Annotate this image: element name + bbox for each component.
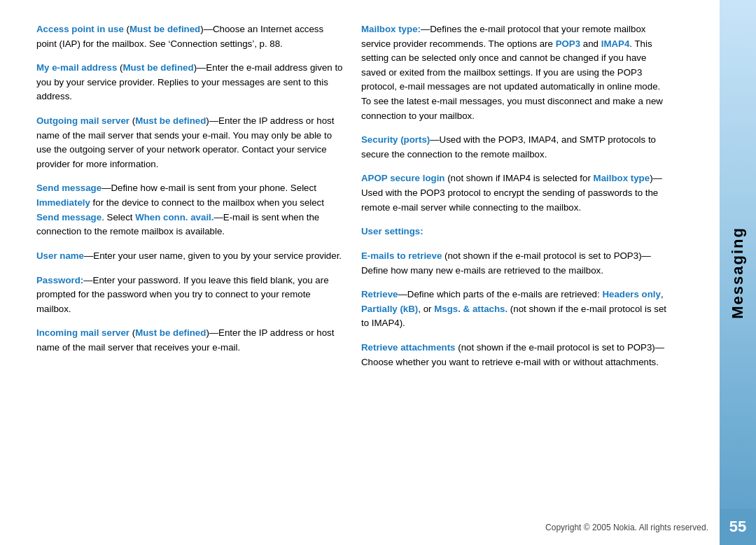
sidebar-label: Messaging (729, 227, 747, 319)
user-settings-header: User settings: (361, 225, 669, 239)
mailbox-type: Mailbox type:—Defines the e-mail protoco… (361, 22, 669, 123)
page-number: 55 (729, 518, 746, 536)
page-number-box: 55 (720, 509, 756, 545)
incoming-mail: Incoming mail server (Must be defined)—E… (36, 326, 344, 355)
user-name: User name—Enter your user name, given to… (36, 249, 344, 264)
my-email: My e-mail address (Must be defined)—Ente… (36, 61, 344, 104)
left-column: Access point in use (Must be defined)—Ch… (36, 22, 344, 531)
sidebar: Messaging 55 (720, 0, 756, 545)
right-column: Mailbox type:—Defines the e-mail protoco… (361, 22, 669, 531)
outgoing-mail: Outgoing mail server (Must be defined)—E… (36, 114, 344, 171)
retrieve-attachments: Retrieve attachments (not shown if the e… (361, 341, 669, 369)
copyright: Copyright © 2005 Nokia. All rights reser… (545, 523, 708, 532)
apop-secure: APOP secure login (not shown if IMAP4 is… (361, 171, 669, 215)
security-ports: Security (ports)—Used with the POP3, IMA… (361, 133, 669, 162)
access-point: Access point in use (Must be defined)—Ch… (36, 22, 344, 51)
send-message: Send message—Define how e-mail is sent f… (36, 181, 344, 239)
page-container: Access point in use (Must be defined)—Ch… (0, 0, 756, 545)
main-content: Access point in use (Must be defined)—Ch… (0, 0, 720, 545)
password: Password:—Enter your password. If you le… (36, 274, 344, 317)
retrieve: Retrieve—Define which parts of the e-mai… (361, 288, 669, 331)
emails-to-retrieve: E-mails to retrieve (not shown if the e-… (361, 249, 669, 278)
